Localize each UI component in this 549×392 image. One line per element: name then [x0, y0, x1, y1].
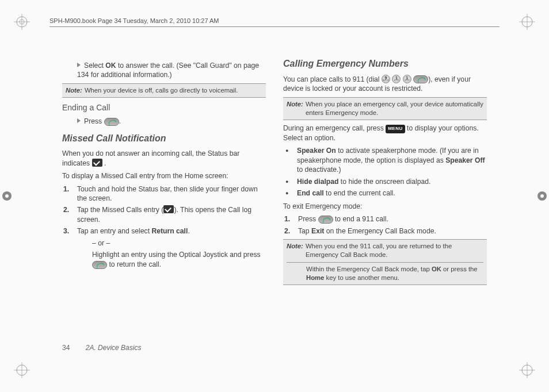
menu-key-icon: MENU: [386, 125, 405, 133]
missed-p1: When you do not answer an incoming call,…: [62, 149, 266, 168]
text: to hide the onscreen dialpad.: [338, 178, 430, 186]
triangle-bullet-icon: [77, 63, 81, 67]
text: Within the Emergency Call Back mode, tap: [306, 266, 432, 272]
note-text: When your device is off, calls go direct…: [85, 86, 262, 95]
text: to end a 911 call.: [333, 215, 388, 223]
note-box-1: Note: When your device is off, calls go …: [62, 83, 266, 98]
note-text: When you end the 911 call, you are retur…: [306, 242, 483, 260]
note-divider: [287, 262, 483, 263]
opt-end-call: End call to end the current call.: [292, 189, 487, 198]
svg-point-14: [5, 194, 9, 198]
ending-call-step: Press .: [62, 117, 266, 126]
ok-label: OK: [432, 266, 441, 272]
missed-call-icon: [163, 205, 174, 213]
note-box-3: Note: When you end the 911 call, you are…: [283, 239, 487, 285]
ending-call-heading: Ending a Call: [62, 102, 266, 113]
exit-step-2: Tap Exit on the Emergency Call Back mode…: [292, 226, 487, 236]
section-title: 2A. Device Basics: [86, 344, 142, 352]
crop-mark-tr: [519, 14, 535, 30]
step-3-alt: Highlight an entry using the Optical Joy…: [77, 250, 266, 269]
speaker-off-label: Speaker Off: [445, 156, 485, 164]
text: When you do not answer an incoming call,…: [62, 149, 239, 167]
text: key to use another menu.: [324, 274, 399, 281]
emergency-heading: Calling Emergency Numbers: [283, 57, 487, 70]
text: to return the call.: [107, 260, 161, 268]
crop-mark-br: [519, 362, 535, 378]
intro-line: Select OK to answer the call. (See "Call…: [62, 61, 266, 80]
return-call-label: Return call: [151, 227, 188, 235]
ok-label: OK: [105, 62, 116, 70]
note-text-2: Within the Emergency Call Back mode, tap…: [287, 265, 483, 283]
home-label: Home: [306, 274, 324, 281]
text: Select: [84, 62, 105, 70]
page-footer: 34 2A. Device Basics: [62, 344, 141, 352]
opt-hide-dialpad: Hide dialpad to hide the onscreen dialpa…: [292, 177, 487, 186]
exit-label: Exit: [311, 227, 324, 235]
header-rule: [49, 26, 500, 27]
svg-point-16: [540, 194, 544, 198]
missed-call-icon: [92, 159, 102, 167]
text: Touch and hold the Status bar, then slid…: [77, 185, 258, 202]
exit-step-1: Press to end a 911 call.: [292, 214, 487, 224]
page-number: 34: [62, 344, 70, 352]
call-key-icon: [318, 216, 333, 224]
side-bleed-mark-right: [536, 190, 548, 202]
emergency-p2: During an emergency call, press MENU to …: [283, 124, 487, 143]
text: to deactivate.): [297, 166, 341, 174]
note-label: Note:: [287, 242, 303, 260]
text: .: [188, 227, 189, 235]
crop-mark-bl: [14, 362, 30, 378]
note-text: When you place an emergency call, your d…: [306, 100, 483, 118]
emergency-p1: You can place calls to 911 (dial 9WXYZ 1…: [283, 75, 487, 94]
key-1-icon: 1STO: [403, 75, 411, 83]
speaker-on-label: Speaker On: [297, 147, 336, 155]
opt-speaker: Speaker On to activate speakerphone mode…: [292, 146, 487, 174]
or-separator: – or –: [77, 239, 266, 248]
note-label: Note:: [66, 86, 82, 95]
missed-p2: To display a Missed Call entry from the …: [62, 171, 266, 180]
text: Press: [298, 215, 318, 223]
note-label: Note:: [287, 100, 303, 118]
exit-steps: Press to end a 911 call. Tap Exit on the…: [283, 214, 487, 236]
key-9-icon: 9WXYZ: [382, 75, 390, 83]
running-header: SPH-M900.book Page 34 Tuesday, March 2, …: [49, 17, 219, 24]
triangle-bullet-icon: [77, 118, 81, 123]
crop-mark-tl: [14, 14, 30, 30]
call-key-icon: [104, 118, 119, 126]
step-1: Touch and hold the Status bar, then slid…: [71, 185, 266, 203]
text: on the Emergency Call Back mode.: [324, 227, 436, 235]
emergency-options: Speaker On to activate speakerphone mode…: [283, 146, 487, 198]
step-2: Tap the Missed Calls entry (). This open…: [71, 205, 266, 224]
left-column: Select OK to answer the call. (See "Call…: [62, 57, 266, 335]
content-columns: Select OK to answer the call. (See "Call…: [62, 57, 487, 335]
text: You can place calls to 911 (dial: [283, 75, 382, 83]
missed-steps: Touch and hold the Status bar, then slid…: [62, 185, 266, 270]
text: to end the current call.: [324, 189, 395, 197]
text: or press the: [441, 266, 478, 272]
key-1-icon: 1STO: [392, 75, 401, 83]
call-key-icon: [92, 261, 107, 269]
text: Press: [84, 117, 104, 125]
text: Tap an entry and select: [77, 227, 151, 235]
text: During an emergency call, press: [283, 124, 386, 132]
note-box-2: Note: When you place an emergency call, …: [283, 97, 487, 121]
exit-emergency-head: To exit Emergency mode:: [283, 202, 487, 211]
call-key-icon: [413, 75, 428, 83]
step-3: Tap an entry and select Return call. – o…: [71, 226, 266, 269]
hide-dialpad-label: Hide dialpad: [297, 178, 338, 186]
missed-call-heading: Missed Call Notification: [62, 132, 266, 145]
text: Tap the Missed Calls entry (: [77, 206, 163, 214]
end-call-label: End call: [297, 189, 324, 197]
text: Highlight an entry using the Optical Joy…: [92, 251, 261, 259]
side-bleed-mark-left: [1, 190, 13, 202]
text: Tap: [298, 227, 311, 235]
right-column: Calling Emergency Numbers You can place …: [283, 57, 487, 335]
